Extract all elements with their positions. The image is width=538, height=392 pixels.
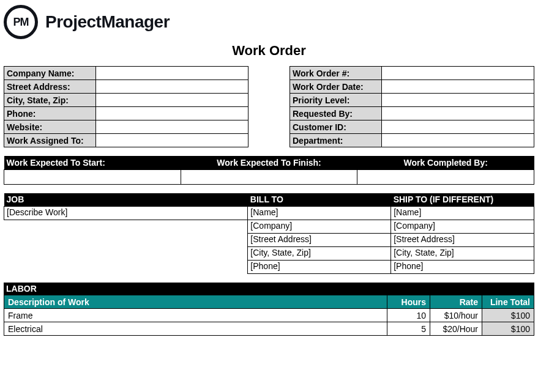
- company-info-table: Company Name: Street Address: City, Stat…: [4, 66, 248, 147]
- ship-city-cell[interactable]: [City, State, Zip]: [391, 247, 534, 261]
- priority-label: Priority Level:: [290, 94, 382, 107]
- bill-city-cell[interactable]: [City, State, Zip]: [248, 247, 391, 261]
- department-label: Department:: [290, 134, 382, 147]
- brand-name: ProjectManager: [45, 12, 170, 32]
- dates-bar: Work Expected To Start: Work Expected To…: [4, 156, 534, 185]
- bill-header: BILL TO: [248, 193, 391, 207]
- company-name-value[interactable]: [96, 67, 248, 80]
- labor-total-cell: $100: [482, 322, 534, 336]
- labor-desc-header: Description of Work: [4, 295, 387, 309]
- customer-value[interactable]: [382, 120, 534, 134]
- labor-rate-header: Rate: [430, 295, 482, 309]
- completed-date-header: Work Completed By:: [357, 156, 534, 169]
- assigned-value[interactable]: [96, 134, 248, 147]
- website-value[interactable]: [96, 120, 248, 134]
- street-label: Street Address:: [4, 80, 96, 94]
- job-empty-cell: [4, 261, 248, 274]
- labor-desc-cell[interactable]: Electrical: [4, 322, 387, 336]
- job-header: JOB: [4, 193, 248, 207]
- job-describe-cell[interactable]: [Describe Work]: [4, 207, 248, 220]
- customer-label: Customer ID:: [290, 120, 382, 134]
- labor-section-header: LABOR: [4, 283, 534, 295]
- labor-rate-cell[interactable]: $10/hour: [430, 309, 482, 322]
- labor-hours-cell[interactable]: 5: [387, 322, 430, 336]
- job-empty-cell: [4, 220, 248, 234]
- requested-value[interactable]: [382, 107, 534, 120]
- city-label: City, State, Zip:: [4, 94, 96, 107]
- department-value[interactable]: [382, 134, 534, 147]
- brand-logo-icon: PM: [4, 5, 38, 39]
- job-bill-ship-table: JOB BILL TO SHIP TO (IF DIFFERENT) [Desc…: [4, 193, 534, 275]
- finish-date-header: Work Expected To Finish:: [181, 156, 357, 169]
- ship-company-cell[interactable]: [Company]: [391, 220, 534, 234]
- ship-name-cell[interactable]: [Name]: [391, 207, 534, 220]
- job-empty-cell: [4, 234, 248, 247]
- labor-hours-cell[interactable]: 10: [387, 309, 430, 322]
- priority-value[interactable]: [382, 94, 534, 107]
- city-value[interactable]: [96, 94, 248, 107]
- finish-date-value[interactable]: [181, 169, 357, 184]
- labor-row: Electrical 5 $20/Hour $100: [4, 322, 534, 336]
- phone-value[interactable]: [96, 107, 248, 120]
- website-label: Website:: [4, 120, 96, 134]
- order-date-value[interactable]: [382, 80, 534, 94]
- job-empty-cell: [4, 247, 248, 261]
- labor-table: Description of Work Hours Rate Line Tota…: [4, 295, 534, 336]
- labor-rate-cell[interactable]: $20/Hour: [430, 322, 482, 336]
- labor-total-header: Line Total: [482, 295, 534, 309]
- order-number-label: Work Order #:: [290, 67, 382, 80]
- ship-street-cell[interactable]: [Street Address]: [391, 234, 534, 247]
- completed-date-value[interactable]: [357, 169, 534, 184]
- start-date-header: Work Expected To Start:: [4, 156, 181, 169]
- info-section: Company Name: Street Address: City, Stat…: [4, 66, 534, 147]
- order-info-table: Work Order #: Work Order Date: Priority …: [290, 66, 534, 147]
- bill-street-cell[interactable]: [Street Address]: [248, 234, 391, 247]
- street-value[interactable]: [96, 80, 248, 94]
- brand-header: PM ProjectManager: [4, 5, 534, 39]
- requested-label: Requested By:: [290, 107, 382, 120]
- ship-header: SHIP TO (IF DIFFERENT): [391, 193, 534, 207]
- labor-row: Frame 10 $10/hour $100: [4, 309, 534, 322]
- bill-phone-cell[interactable]: [Phone]: [248, 261, 391, 274]
- bill-company-cell[interactable]: [Company]: [248, 220, 391, 234]
- phone-label: Phone:: [4, 107, 96, 120]
- ship-phone-cell[interactable]: [Phone]: [391, 261, 534, 274]
- order-number-value[interactable]: [382, 67, 534, 80]
- order-date-label: Work Order Date:: [290, 80, 382, 94]
- bill-name-cell[interactable]: [Name]: [248, 207, 391, 220]
- start-date-value[interactable]: [4, 169, 181, 184]
- labor-desc-cell[interactable]: Frame: [4, 309, 387, 322]
- assigned-label: Work Assigned To:: [4, 134, 96, 147]
- company-name-label: Company Name:: [4, 67, 96, 80]
- labor-hours-header: Hours: [387, 295, 430, 309]
- page-title: Work Order: [4, 43, 534, 59]
- labor-total-cell: $100: [482, 309, 534, 322]
